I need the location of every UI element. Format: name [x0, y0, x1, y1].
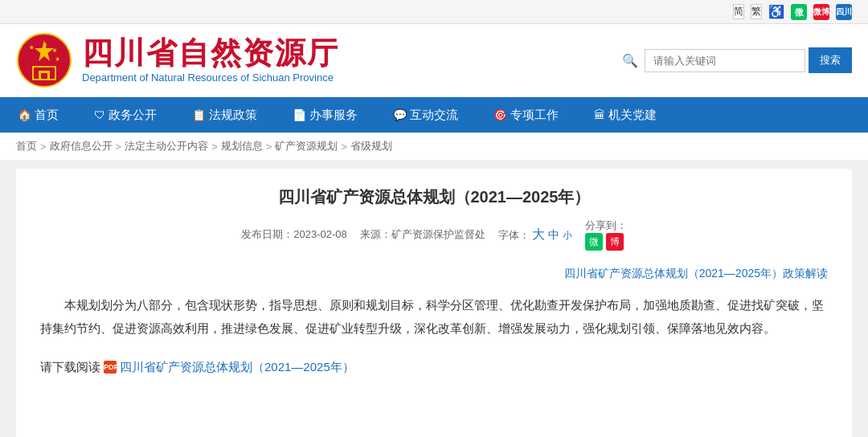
affairs-icon: 🛡 [94, 108, 105, 121]
home-icon: 🏠 [18, 108, 31, 121]
nav-label-home: 首页 [35, 108, 59, 123]
traditional-chinese-btn[interactable]: 繁 [751, 4, 762, 19]
search-area: 🔍 搜索 [622, 47, 852, 73]
nav-label-services: 办事服务 [309, 108, 358, 123]
laws-icon: 📋 [192, 108, 206, 121]
breadcrumb-sep-3: > [211, 141, 218, 153]
nav-label-interaction: 互动交流 [410, 108, 458, 123]
font-small-btn[interactable]: 小 [563, 230, 572, 241]
emblem-icon [16, 32, 72, 88]
share-weibo-icon[interactable]: 博 [606, 233, 624, 251]
download-section: 请下载阅读 PDF 四川省矿产资源总体规划（2021—2025年） [40, 356, 828, 379]
policy-link-section: 四川省矿产资源总体规划（2021—2025年）政策解读 [40, 267, 828, 281]
nav-label-affairs: 政务公开 [108, 108, 157, 123]
breadcrumb: 首页 > 政府信息公开 > 法定主动公开内容 > 规划信息 > 矿产资源规划 >… [0, 133, 868, 161]
breadcrumb-info[interactable]: 政府信息公开 [50, 139, 113, 153]
breadcrumb-plan[interactable]: 规划信息 [221, 139, 263, 153]
breadcrumb-mineral[interactable]: 矿产资源规划 [275, 139, 338, 153]
breadcrumb-home[interactable]: 首页 [16, 139, 37, 153]
share-icons: 微 博 [585, 233, 627, 251]
nav-label-special: 专项工作 [510, 108, 559, 123]
party-icon: 🏛 [594, 108, 605, 121]
nav-item-special[interactable]: 🎯 专项工作 [476, 97, 576, 133]
wechat-icon[interactable]: 微 [791, 4, 807, 20]
search-icon: 🔍 [622, 53, 638, 68]
search-button[interactable]: 搜索 [809, 47, 852, 73]
nav-label-laws: 法规政策 [209, 108, 257, 123]
breadcrumb-active[interactable]: 法定主动公开内容 [125, 139, 208, 153]
nav-item-interaction[interactable]: 💬 互动交流 [375, 97, 476, 133]
top-utility-bar: 简 繁 ♿ 微 微博 四川 [0, 0, 868, 24]
special-icon: 🎯 [493, 108, 507, 121]
breadcrumb-sep-2: > [116, 141, 122, 153]
site-title-en: Department of Natural Resources of Sichu… [82, 71, 339, 84]
nav-item-home[interactable]: 🏠 首页 [0, 97, 76, 133]
source-value: 矿产资源保护监督处 [391, 228, 485, 240]
weibo-icon[interactable]: 微博 [813, 4, 829, 20]
nav-item-affairs[interactable]: 🛡 政务公开 [76, 97, 174, 133]
nav-item-laws[interactable]: 📋 法规政策 [174, 97, 275, 133]
pdf-icon: PDF [104, 361, 117, 374]
app-icon[interactable]: 四川 [836, 4, 852, 20]
nav-item-party[interactable]: 🏛 机关党建 [576, 97, 674, 133]
breadcrumb-sep-1: > [40, 141, 47, 153]
nav-label-party: 机关党建 [608, 108, 657, 123]
publish-date-label: 发布日期：2023-02-08 [241, 227, 347, 242]
main-nav: 🏠 首页 🛡 政务公开 📋 法规政策 📄 办事服务 💬 互动交流 🎯 专项工作 … [0, 97, 868, 133]
download-label: 请下载阅读 [40, 356, 100, 379]
font-medium-btn[interactable]: 中 [548, 228, 559, 241]
simplified-chinese-btn[interactable]: 简 [733, 4, 744, 19]
services-icon: 📄 [293, 108, 306, 121]
policy-interpretation-link[interactable]: 四川省矿产资源总体规划（2021—2025年）政策解读 [564, 267, 828, 280]
site-header: 四川省自然资源厅 Department of Natural Resources… [0, 24, 868, 97]
breadcrumb-sep-5: > [341, 141, 347, 153]
share-wechat-icon[interactable]: 微 [585, 233, 603, 251]
site-title-cn: 四川省自然资源厅 [82, 38, 339, 68]
article-body: 本规划划分为八部分，包含现状形势，指导思想、原则和规划目标，科学分区管理、优化勘… [40, 294, 828, 340]
svg-rect-10 [41, 73, 47, 79]
breadcrumb-sep-4: > [266, 141, 272, 153]
article-meta: 发布日期：2023-02-08 来源：矿产资源保护监督处 字体： 大 中 小 分… [40, 218, 828, 251]
font-large-btn[interactable]: 大 [532, 227, 545, 241]
publish-date: 2023-02-08 [293, 228, 347, 240]
logo-area: 四川省自然资源厅 Department of Natural Resources… [16, 32, 339, 88]
interaction-icon: 💬 [393, 108, 407, 121]
main-content: 四川省矿产资源总体规划（2021—2025年） 发布日期：2023-02-08 … [16, 169, 852, 437]
share-section: 分享到： 微 博 [585, 218, 627, 251]
breadcrumb-provincial[interactable]: 省级规划 [350, 139, 392, 153]
search-input[interactable] [645, 49, 805, 72]
nav-item-services[interactable]: 📄 办事服务 [275, 97, 375, 133]
font-size-control: 字体： 大 中 小 [498, 227, 572, 243]
source-info: 来源：矿产资源保护监督处 [360, 227, 485, 242]
accessibility-icon[interactable]: ♿ [768, 4, 784, 19]
logo-text: 四川省自然资源厅 Department of Natural Resources… [82, 38, 339, 84]
article-title: 四川省矿产资源总体规划（2021—2025年） [40, 185, 828, 209]
download-link[interactable]: 四川省矿产资源总体规划（2021—2025年） [120, 356, 354, 379]
